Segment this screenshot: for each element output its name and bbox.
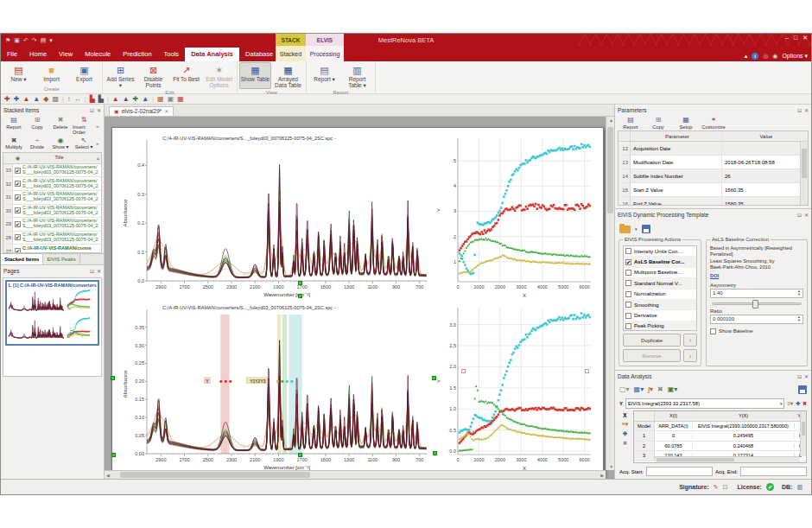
ribbon-button-report[interactable]: ▤Report ▾ [308,62,340,89]
tool-icon-16[interactable]: ▣ [168,96,174,103]
save-template-icon[interactable] [642,225,650,233]
ribbon-tab-file[interactable]: File [1,48,23,61]
asymmetry-input[interactable]: 1.40 ▲▼ [710,289,803,298]
close-panel-icon[interactable]: ✕ [804,212,809,218]
stacked-row-30[interactable]: 30✔C:/A-IR-UV-VIS-RAMAN/converters/S___f… [3,205,101,219]
overflow-icon[interactable]: » [96,137,102,150]
stacked-row-31[interactable]: 31✔C:/A-IR-UV-VIS-RAMAN/converters/S___f… [3,191,101,205]
divide-button[interactable]: ÷Divide [26,137,48,150]
action-multipoint-baseline[interactable]: Multipoint Baseline... [624,268,696,278]
ribbon-button-disable-points[interactable]: ⊠Disable Points [137,62,169,89]
options-button[interactable]: Options ▾ [782,53,808,60]
visible-checkbox[interactable]: ✔ [15,207,21,213]
open-template-icon[interactable] [619,226,631,233]
new-fit-icon[interactable]: ▢▾ [619,385,630,393]
float-panel-icon[interactable]: ⊡ [90,268,94,274]
move-down-button[interactable]: ↓ [683,349,697,362]
col-y[interactable]: Y(X) [693,413,795,418]
acq-start-input[interactable] [646,467,713,476]
stacked-row-29[interactable]: 29✔C:/A-IR-UV-VIS-RAMAN/converters/S___f… [3,218,101,232]
open-template-caret[interactable]: ▾ [635,226,638,232]
parameter-row-16[interactable]: 16End Z Value1560.35 [619,197,808,206]
fit-function-icon[interactable]: ʃ▾ [648,385,653,393]
parameter-row-12[interactable]: 12Acquisition Date [619,142,808,156]
show-button[interactable]: ◉Show ▾ [49,137,72,150]
ratio-input[interactable]: 0.000100 ▲▼ [710,315,803,324]
value-column[interactable]: Value [722,134,808,139]
stacked-row-27[interactable]: 27✔C:/A-IR-UV-VIS-RAMAN/conveS___foleyd0… [3,245,101,253]
selection-handle[interactable] [298,453,302,457]
close-tab-icon[interactable]: ✕ [164,108,168,114]
visible-checkbox[interactable]: ✔ [15,181,21,187]
spectrum-chart-bottom[interactable]: 0.000.050.100.150.200.250.300.3529002700… [121,302,432,474]
doi-link[interactable]: DOI [710,273,803,278]
tab-stacked[interactable]: Stacked [276,46,306,61]
fit-table-row-Model[interactable]: ModelARR_DATA(I)ElVIS Integral(2393.1000… [634,422,806,432]
tab-stacked-items[interactable]: Stacked Items [1,254,43,264]
sphere-icon[interactable]: ◉ [772,53,777,60]
scatter-chart-top[interactable]: 010002000300040005000600012345XY [435,133,598,301]
report-button[interactable]: ▤Report [3,117,25,136]
table-hscrollbar[interactable] [655,456,800,462]
print-icon[interactable]: ▤ [41,37,47,43]
fit-table-row-2[interactable]: 260.07850.2404680 [634,442,806,452]
graph-options-icon[interactable]: ▣▾ [668,385,678,393]
close-panel-icon[interactable]: ✕ [97,107,101,113]
x-menu-icon[interactable]: ≡▾ [622,421,628,428]
select-button[interactable]: ↖Select ▾ [73,137,95,150]
selection-handle[interactable] [298,294,302,298]
stacked-row-28[interactable]: 28✔C:/A-IR-UV-VIS-RAMAN/converters/S___f… [3,232,101,245]
remove-button[interactable]: Remove [623,349,681,362]
parameter-row-15[interactable]: 15Start Z Value1560.35 [619,183,808,197]
ribbon-button-show-table[interactable]: ▦Show Table [239,62,271,89]
action-checkbox[interactable] [625,302,631,308]
ribbon-tab-home[interactable]: Home [23,48,53,61]
parameter-row-14[interactable]: 14Subfile Index Number26 [619,169,808,183]
tool-icon-14[interactable]: ▲ [142,96,149,103]
app-menu-icon[interactable]: ⚑ [5,37,10,43]
selection-handle[interactable] [111,453,116,457]
parameters-scrollbar[interactable] [800,142,808,205]
clipboard-icon[interactable]: ⊡ [723,484,728,491]
tool-icon-6[interactable]: ▩ [52,96,59,103]
ribbon-button-new[interactable]: ▤New ▾ [3,62,35,86]
invert-order-button[interactable]: ⇅Invert Order [73,117,95,136]
document-tab[interactable]: ▣ elvis-2-02nai29* ✕ [109,106,174,116]
ribbon-tab-prediction[interactable]: Prediction [117,48,157,61]
ribbon-button-add-series[interactable]: ⊞Add Series ▾ [105,62,136,89]
fit-table-row-1[interactable]: 100.2494950 [634,431,806,442]
customize-quick-access-icon[interactable]: ▾ [49,37,53,43]
tool-icon-17[interactable]: ▦ [177,96,184,103]
series-menu-icon[interactable]: ≡▾ [787,400,793,406]
move-up-button[interactable]: ↑ [683,334,697,347]
tool-icon-12[interactable]: ▲ [123,96,130,103]
action-checkbox[interactable] [625,248,631,254]
customize-button[interactable]: ✶Customize [701,117,726,130]
copy-button[interactable]: ⊞Copy [645,117,671,130]
report-button[interactable]: ▤Report [618,117,644,130]
tool-icon-5[interactable]: ◆ [43,96,48,103]
add-series-icon[interactable]: ✚ [796,400,800,406]
selection-handle[interactable] [111,376,115,380]
float-panel-icon[interactable]: ⊡ [797,373,802,379]
range-handle[interactable] [461,369,466,373]
action-checkbox[interactable] [625,270,631,276]
selection-handle[interactable] [298,281,302,285]
spinner-arrows-icon[interactable]: ▲▼ [797,289,801,297]
delete-button[interactable]: ✖Delete [49,117,72,136]
ribbon-tab-database[interactable]: Database [239,48,279,61]
col-x[interactable]: X(I) [655,413,693,418]
page-thumbnail[interactable]: 1. [1] C:/A-IR-UV-VIS-RAMAN/converters [5,280,99,346]
license-ok-icon[interactable]: ✔ [766,483,774,491]
add-x-icon[interactable]: ✚ [623,430,627,437]
ribbon-button-fit-to-best[interactable]: ↗Fit To Best [170,62,202,89]
title-column-header[interactable]: Title [22,156,96,161]
scatter-chart-bottom[interactable]: 01000200030004000500060000.00.51.01.52.0… [435,302,598,474]
undo-icon[interactable]: ↶ [23,37,29,43]
float-panel-icon[interactable]: ⊡ [797,212,802,218]
tool-icon-9[interactable]: ▙ [90,96,95,103]
vertical-scrollbar[interactable]: ▲▼ [606,117,614,470]
tab-elvis-peaks[interactable]: ElVIS Peaks [43,254,79,264]
signature-icon[interactable]: ✎ [714,484,719,491]
setup-button[interactable]: ▦Setup [673,117,699,130]
